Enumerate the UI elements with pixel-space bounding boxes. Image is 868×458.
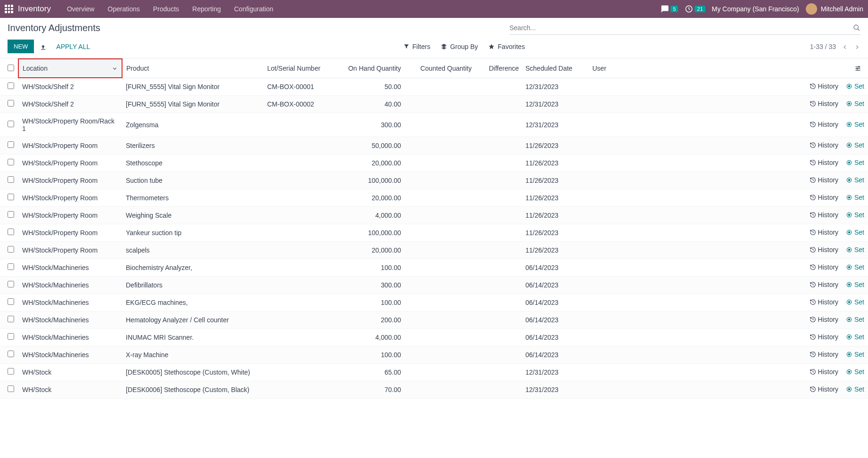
cell-onhand[interactable]: 300.00: [344, 276, 405, 294]
cell-lot[interactable]: [263, 346, 344, 363]
cell-location[interactable]: WH/Stock/Machineries: [18, 294, 122, 311]
cell-location[interactable]: WH/Stock/Property Room: [18, 241, 122, 259]
history-button[interactable]: History: [810, 385, 839, 393]
cell-counted[interactable]: [405, 113, 475, 137]
cell-difference[interactable]: [475, 172, 523, 189]
col-counted[interactable]: Counted Quantity: [405, 59, 475, 78]
cell-user[interactable]: [589, 189, 626, 206]
col-location[interactable]: Location: [18, 59, 122, 78]
cell-user[interactable]: [589, 241, 626, 259]
filters-button[interactable]: Filters: [403, 43, 430, 50]
cell-scheduled[interactable]: 11/26/2023: [523, 241, 589, 259]
cell-scheduled[interactable]: 06/14/2023: [523, 311, 589, 328]
set-button[interactable]: Set: [846, 194, 864, 201]
cell-user[interactable]: [589, 154, 626, 172]
cell-counted[interactable]: [405, 328, 475, 346]
set-button[interactable]: Set: [846, 281, 864, 288]
row-checkbox[interactable]: [8, 159, 14, 165]
cell-user[interactable]: [589, 172, 626, 189]
cell-scheduled[interactable]: 06/14/2023: [523, 294, 589, 311]
cell-counted[interactable]: [405, 206, 475, 224]
cell-scheduled[interactable]: 06/14/2023: [523, 276, 589, 294]
table-row[interactable]: WH/Stock/Property Room/Rack 1 Zolgensma …: [0, 113, 868, 137]
history-button[interactable]: History: [810, 298, 839, 306]
company-selector[interactable]: My Company (San Francisco): [712, 5, 799, 13]
cell-location[interactable]: WH/Stock/Shelf 2: [18, 78, 122, 95]
cell-difference[interactable]: [475, 137, 523, 154]
search-box[interactable]: [509, 23, 860, 35]
cell-counted[interactable]: [405, 154, 475, 172]
app-name[interactable]: Inventory: [18, 4, 51, 14]
table-row[interactable]: WH/Stock/Machineries INUMAC MRI Scanner.…: [0, 328, 868, 346]
cell-product[interactable]: INUMAC MRI Scanner.: [122, 328, 263, 346]
cell-scheduled[interactable]: 06/14/2023: [523, 328, 589, 346]
cell-product[interactable]: [DESK0006] Stethoscope (Custom, Black): [122, 381, 263, 398]
cell-lot[interactable]: [263, 363, 344, 381]
cell-product[interactable]: Yankeur suction tip: [122, 224, 263, 241]
nav-overview[interactable]: Overview: [60, 5, 101, 13]
table-row[interactable]: WH/Stock/Property Room Sterilizers 50,00…: [0, 137, 868, 154]
col-difference[interactable]: Difference: [475, 59, 523, 78]
cell-location[interactable]: WH/Stock/Machineries: [18, 328, 122, 346]
history-button[interactable]: History: [810, 100, 839, 107]
cell-location[interactable]: WH/Stock: [18, 381, 122, 398]
cell-scheduled[interactable]: 06/14/2023: [523, 346, 589, 363]
cell-counted[interactable]: [405, 137, 475, 154]
cell-scheduled[interactable]: 12/31/2023: [523, 78, 589, 95]
cell-onhand[interactable]: 100.00: [344, 346, 405, 363]
table-row[interactable]: WH/Stock/Shelf 2 [FURN_5555] Vital Sign …: [0, 95, 868, 113]
cell-scheduled[interactable]: 12/31/2023: [523, 381, 589, 398]
table-row[interactable]: WH/Stock/Property Room scalpels 20,000.0…: [0, 241, 868, 259]
upload-button[interactable]: [40, 42, 47, 51]
select-all-checkbox[interactable]: [8, 65, 14, 71]
table-row[interactable]: WH/Stock/Machineries X-ray Machine 100.0…: [0, 346, 868, 363]
cell-difference[interactable]: [475, 259, 523, 276]
cell-onhand[interactable]: 50,000.00: [344, 137, 405, 154]
cell-lot[interactable]: [263, 276, 344, 294]
cell-product[interactable]: Thermometers: [122, 189, 263, 206]
cell-onhand[interactable]: 200.00: [344, 311, 405, 328]
cell-lot[interactable]: [263, 137, 344, 154]
search-input[interactable]: [509, 24, 853, 32]
groupby-button[interactable]: Group By: [441, 43, 478, 50]
cell-onhand[interactable]: 70.00: [344, 381, 405, 398]
row-checkbox[interactable]: [8, 333, 14, 340]
cell-location[interactable]: WH/Stock/Property Room: [18, 206, 122, 224]
set-button[interactable]: Set: [846, 298, 864, 306]
cell-location[interactable]: WH/Stock/Machineries: [18, 311, 122, 328]
history-button[interactable]: History: [810, 281, 839, 288]
cell-onhand[interactable]: 100,000.00: [344, 172, 405, 189]
pager-text[interactable]: 1-33 / 33: [810, 43, 836, 50]
messages-button[interactable]: 5: [661, 5, 678, 13]
cell-location[interactable]: WH/Stock/Property Room: [18, 137, 122, 154]
history-button[interactable]: History: [810, 368, 839, 376]
set-button[interactable]: Set: [846, 351, 864, 358]
cell-difference[interactable]: [475, 311, 523, 328]
cell-counted[interactable]: [405, 381, 475, 398]
activities-button[interactable]: 21: [685, 5, 705, 13]
cell-difference[interactable]: [475, 95, 523, 113]
row-checkbox[interactable]: [8, 351, 14, 357]
cell-product[interactable]: [FURN_5555] Vital Sign Monitor: [122, 95, 263, 113]
row-checkbox[interactable]: [8, 229, 14, 235]
cell-lot[interactable]: [263, 224, 344, 241]
set-button[interactable]: Set: [846, 159, 864, 166]
cell-user[interactable]: [589, 78, 626, 95]
cell-difference[interactable]: [475, 206, 523, 224]
cell-lot[interactable]: [263, 206, 344, 224]
cell-onhand[interactable]: 65.00: [344, 363, 405, 381]
set-button[interactable]: Set: [846, 316, 864, 323]
cell-counted[interactable]: [405, 95, 475, 113]
cell-counted[interactable]: [405, 276, 475, 294]
cell-difference[interactable]: [475, 328, 523, 346]
cell-onhand[interactable]: 300.00: [344, 113, 405, 137]
cell-user[interactable]: [589, 363, 626, 381]
set-button[interactable]: Set: [846, 176, 864, 184]
history-button[interactable]: History: [810, 211, 839, 219]
cell-product[interactable]: [DESK0005] Stethoscope (Custom, White): [122, 363, 263, 381]
cell-counted[interactable]: [405, 172, 475, 189]
set-button[interactable]: Set: [846, 385, 864, 393]
set-button[interactable]: Set: [846, 121, 864, 128]
col-settings[interactable]: [851, 59, 868, 78]
cell-user[interactable]: [589, 276, 626, 294]
